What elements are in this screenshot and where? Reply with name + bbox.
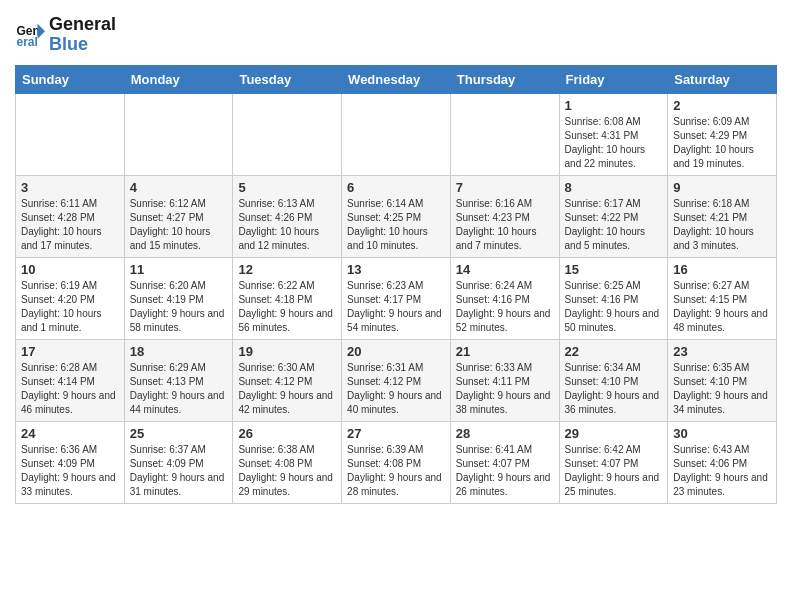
calendar-cell: 29Sunrise: 6:42 AMSunset: 4:07 PMDayligh… — [559, 421, 668, 503]
sun-info: Sunrise: 6:42 AMSunset: 4:07 PMDaylight:… — [565, 443, 663, 499]
sun-info: Sunrise: 6:35 AMSunset: 4:10 PMDaylight:… — [673, 361, 771, 417]
svg-text:eral: eral — [17, 35, 38, 49]
calendar-cell — [450, 93, 559, 175]
calendar-cell: 1Sunrise: 6:08 AMSunset: 4:31 PMDaylight… — [559, 93, 668, 175]
calendar-cell: 11Sunrise: 6:20 AMSunset: 4:19 PMDayligh… — [124, 257, 233, 339]
day-number: 5 — [238, 180, 336, 195]
sun-info: Sunrise: 6:13 AMSunset: 4:26 PMDaylight:… — [238, 197, 336, 253]
sun-info: Sunrise: 6:36 AMSunset: 4:09 PMDaylight:… — [21, 443, 119, 499]
calendar-cell: 18Sunrise: 6:29 AMSunset: 4:13 PMDayligh… — [124, 339, 233, 421]
calendar-cell: 30Sunrise: 6:43 AMSunset: 4:06 PMDayligh… — [668, 421, 777, 503]
calendar-cell: 16Sunrise: 6:27 AMSunset: 4:15 PMDayligh… — [668, 257, 777, 339]
sun-info: Sunrise: 6:22 AMSunset: 4:18 PMDaylight:… — [238, 279, 336, 335]
calendar-cell: 21Sunrise: 6:33 AMSunset: 4:11 PMDayligh… — [450, 339, 559, 421]
calendar-cell — [342, 93, 451, 175]
day-number: 28 — [456, 426, 554, 441]
day-number: 27 — [347, 426, 445, 441]
calendar-week-row: 17Sunrise: 6:28 AMSunset: 4:14 PMDayligh… — [16, 339, 777, 421]
day-number: 29 — [565, 426, 663, 441]
calendar-cell: 23Sunrise: 6:35 AMSunset: 4:10 PMDayligh… — [668, 339, 777, 421]
day-number: 12 — [238, 262, 336, 277]
calendar-cell: 15Sunrise: 6:25 AMSunset: 4:16 PMDayligh… — [559, 257, 668, 339]
calendar-cell: 3Sunrise: 6:11 AMSunset: 4:28 PMDaylight… — [16, 175, 125, 257]
calendar-cell: 7Sunrise: 6:16 AMSunset: 4:23 PMDaylight… — [450, 175, 559, 257]
weekday-header: Monday — [124, 65, 233, 93]
sun-info: Sunrise: 6:25 AMSunset: 4:16 PMDaylight:… — [565, 279, 663, 335]
calendar-week-row: 10Sunrise: 6:19 AMSunset: 4:20 PMDayligh… — [16, 257, 777, 339]
sun-info: Sunrise: 6:30 AMSunset: 4:12 PMDaylight:… — [238, 361, 336, 417]
calendar-cell: 12Sunrise: 6:22 AMSunset: 4:18 PMDayligh… — [233, 257, 342, 339]
svg-marker-2 — [38, 24, 46, 39]
calendar-header-row: SundayMondayTuesdayWednesdayThursdayFrid… — [16, 65, 777, 93]
calendar-cell — [233, 93, 342, 175]
calendar-cell: 2Sunrise: 6:09 AMSunset: 4:29 PMDaylight… — [668, 93, 777, 175]
day-number: 3 — [21, 180, 119, 195]
weekday-header: Sunday — [16, 65, 125, 93]
calendar-cell — [124, 93, 233, 175]
calendar-cell: 28Sunrise: 6:41 AMSunset: 4:07 PMDayligh… — [450, 421, 559, 503]
sun-info: Sunrise: 6:14 AMSunset: 4:25 PMDaylight:… — [347, 197, 445, 253]
sun-info: Sunrise: 6:31 AMSunset: 4:12 PMDaylight:… — [347, 361, 445, 417]
sun-info: Sunrise: 6:20 AMSunset: 4:19 PMDaylight:… — [130, 279, 228, 335]
calendar-cell: 13Sunrise: 6:23 AMSunset: 4:17 PMDayligh… — [342, 257, 451, 339]
weekday-header: Friday — [559, 65, 668, 93]
day-number: 30 — [673, 426, 771, 441]
day-number: 24 — [21, 426, 119, 441]
calendar-cell: 8Sunrise: 6:17 AMSunset: 4:22 PMDaylight… — [559, 175, 668, 257]
day-number: 13 — [347, 262, 445, 277]
sun-info: Sunrise: 6:37 AMSunset: 4:09 PMDaylight:… — [130, 443, 228, 499]
page: Gen eral General Blue SundayMondayTuesda… — [0, 0, 792, 519]
sun-info: Sunrise: 6:17 AMSunset: 4:22 PMDaylight:… — [565, 197, 663, 253]
sun-info: Sunrise: 6:24 AMSunset: 4:16 PMDaylight:… — [456, 279, 554, 335]
sun-info: Sunrise: 6:33 AMSunset: 4:11 PMDaylight:… — [456, 361, 554, 417]
sun-info: Sunrise: 6:18 AMSunset: 4:21 PMDaylight:… — [673, 197, 771, 253]
day-number: 16 — [673, 262, 771, 277]
calendar-cell: 9Sunrise: 6:18 AMSunset: 4:21 PMDaylight… — [668, 175, 777, 257]
day-number: 23 — [673, 344, 771, 359]
day-number: 1 — [565, 98, 663, 113]
sun-info: Sunrise: 6:34 AMSunset: 4:10 PMDaylight:… — [565, 361, 663, 417]
calendar-cell — [16, 93, 125, 175]
day-number: 19 — [238, 344, 336, 359]
calendar-cell: 10Sunrise: 6:19 AMSunset: 4:20 PMDayligh… — [16, 257, 125, 339]
day-number: 17 — [21, 344, 119, 359]
logo: Gen eral General Blue — [15, 15, 116, 55]
calendar-cell: 26Sunrise: 6:38 AMSunset: 4:08 PMDayligh… — [233, 421, 342, 503]
sun-info: Sunrise: 6:43 AMSunset: 4:06 PMDaylight:… — [673, 443, 771, 499]
day-number: 9 — [673, 180, 771, 195]
day-number: 25 — [130, 426, 228, 441]
calendar-cell: 24Sunrise: 6:36 AMSunset: 4:09 PMDayligh… — [16, 421, 125, 503]
logo-icon: Gen eral — [15, 20, 45, 50]
weekday-header: Saturday — [668, 65, 777, 93]
logo-text: General Blue — [49, 15, 116, 55]
sun-info: Sunrise: 6:23 AMSunset: 4:17 PMDaylight:… — [347, 279, 445, 335]
weekday-header: Thursday — [450, 65, 559, 93]
day-number: 22 — [565, 344, 663, 359]
day-number: 2 — [673, 98, 771, 113]
calendar-cell: 20Sunrise: 6:31 AMSunset: 4:12 PMDayligh… — [342, 339, 451, 421]
sun-info: Sunrise: 6:27 AMSunset: 4:15 PMDaylight:… — [673, 279, 771, 335]
calendar-cell: 25Sunrise: 6:37 AMSunset: 4:09 PMDayligh… — [124, 421, 233, 503]
day-number: 26 — [238, 426, 336, 441]
header: Gen eral General Blue — [15, 15, 777, 55]
day-number: 8 — [565, 180, 663, 195]
calendar-cell: 5Sunrise: 6:13 AMSunset: 4:26 PMDaylight… — [233, 175, 342, 257]
sun-info: Sunrise: 6:09 AMSunset: 4:29 PMDaylight:… — [673, 115, 771, 171]
calendar-week-row: 1Sunrise: 6:08 AMSunset: 4:31 PMDaylight… — [16, 93, 777, 175]
day-number: 14 — [456, 262, 554, 277]
calendar-cell: 27Sunrise: 6:39 AMSunset: 4:08 PMDayligh… — [342, 421, 451, 503]
calendar-table: SundayMondayTuesdayWednesdayThursdayFrid… — [15, 65, 777, 504]
day-number: 21 — [456, 344, 554, 359]
day-number: 7 — [456, 180, 554, 195]
day-number: 10 — [21, 262, 119, 277]
sun-info: Sunrise: 6:12 AMSunset: 4:27 PMDaylight:… — [130, 197, 228, 253]
calendar-cell: 17Sunrise: 6:28 AMSunset: 4:14 PMDayligh… — [16, 339, 125, 421]
sun-info: Sunrise: 6:39 AMSunset: 4:08 PMDaylight:… — [347, 443, 445, 499]
sun-info: Sunrise: 6:29 AMSunset: 4:13 PMDaylight:… — [130, 361, 228, 417]
day-number: 18 — [130, 344, 228, 359]
calendar-week-row: 24Sunrise: 6:36 AMSunset: 4:09 PMDayligh… — [16, 421, 777, 503]
calendar-cell: 22Sunrise: 6:34 AMSunset: 4:10 PMDayligh… — [559, 339, 668, 421]
day-number: 6 — [347, 180, 445, 195]
sun-info: Sunrise: 6:08 AMSunset: 4:31 PMDaylight:… — [565, 115, 663, 171]
sun-info: Sunrise: 6:38 AMSunset: 4:08 PMDaylight:… — [238, 443, 336, 499]
